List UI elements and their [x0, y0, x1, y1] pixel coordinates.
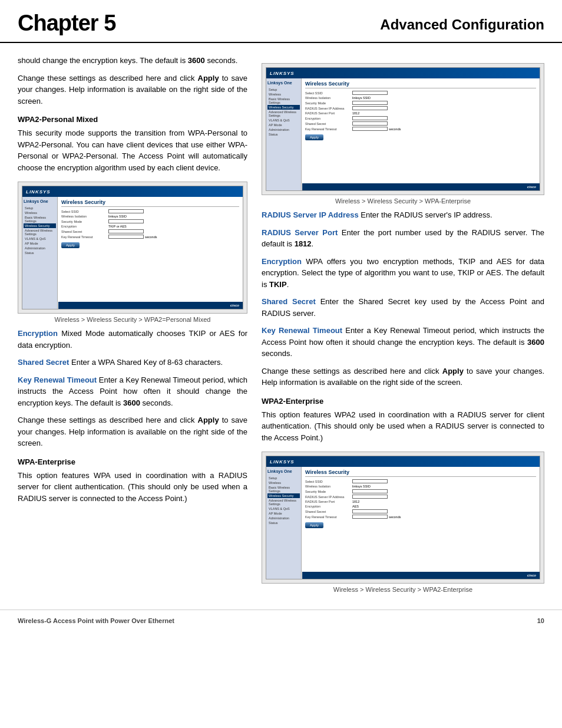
screenshot-2-caption: Wireless > Wireless Security > WPA-Enter…: [262, 197, 544, 205]
form-row-encryption-1: Encryption TKIP or AES: [61, 225, 239, 228]
form-row-key-renewal-2: Key Renewal Timeout seconds: [305, 127, 536, 131]
sidebar-setup-3[interactable]: Setup: [267, 476, 300, 480]
form-row-select-ssid-1: Select SSID: [61, 209, 239, 213]
encryption-paragraph-right: Encryption WPA offers you two encryption…: [262, 256, 544, 291]
sidebar-vlans-3[interactable]: VLANS & QoS: [267, 506, 300, 511]
sidebar-vlans-2[interactable]: VLANS & QoS: [267, 118, 300, 123]
intro-paragraph-1: should change the encryption keys. The d…: [18, 55, 247, 67]
sidebar-wireless-2[interactable]: Wireless: [267, 92, 300, 97]
linksys-body-1: Linksys One Setup Wireless Basic Wireles…: [22, 197, 243, 309]
default-value-3600: 3600: [188, 56, 205, 65]
screenshot-3-box: LINKSYS Linksys One Setup Wireless Basic…: [262, 452, 544, 584]
key-renewal-label-right: Key Renewal Timeout: [262, 326, 342, 335]
sidebar-apmode-3[interactable]: AP Mode: [267, 511, 300, 516]
sidebar-status-1[interactable]: Status: [24, 251, 56, 255]
apply-button-3[interactable]: Apply: [305, 522, 323, 528]
sidebar-brand-3: Linksys One: [267, 469, 300, 473]
form-row-select-ssid-3: Select SSID: [305, 479, 536, 483]
linksys-ui-2: LINKSYS Linksys One Setup Wireless Basic…: [266, 68, 540, 190]
key-renewal-paragraph: Key Renewal Timeout Enter a Key Renewal …: [18, 374, 247, 409]
sidebar-advanced-2[interactable]: Advanced Wireless Settings: [267, 110, 300, 118]
shared-secret-paragraph: Shared Secret Enter a WPA Shared Key of …: [18, 357, 247, 368]
form-row-isolation-2: Wireless Isolation linksys SSID: [305, 96, 536, 100]
sidebar-setup-2[interactable]: Setup: [267, 87, 300, 92]
linksys-main-2: Wireless Security Select SSID Wireless I…: [302, 78, 540, 190]
sidebar-security-1[interactable]: Wireless Security: [24, 223, 56, 228]
radius-port-default: 1812: [295, 239, 312, 248]
page-header: Chapter 5 Advanced Configuration: [0, 0, 562, 43]
linksys-header-3: LINKSYS: [266, 456, 540, 467]
sidebar-basic-2[interactable]: Basic Wireless Settings: [267, 97, 300, 105]
screenshot-2-box: LINKSYS Linksys One Setup Wireless Basic…: [262, 63, 544, 195]
form-row-radius-ip-2: RADIUS Server IP Address: [305, 106, 536, 110]
sidebar-brand-2: Linksys One: [267, 81, 300, 85]
linksys-footer-3: cisco: [302, 572, 540, 579]
apply-reference: Apply: [198, 74, 219, 83]
screenshot-1-caption: Wireless > Wireless Security > WPA2=Pers…: [18, 316, 247, 323]
page-footer: Wireless-G Access Point with Power Over …: [0, 610, 562, 631]
sidebar-basic-3[interactable]: Basic Wireless Settings: [267, 485, 300, 493]
sidebar-status-2[interactable]: Status: [267, 132, 300, 137]
screenshot-1-box: LINKSYS Linksys One Setup Wireless Basic…: [18, 182, 247, 314]
sidebar-brand-1: Linksys One: [24, 199, 56, 203]
form-row-encryption-2: Encryption: [305, 116, 536, 120]
linksys-footer-2: cisco: [302, 183, 540, 190]
right-column: LINKSYS Linksys One Setup Wireless Basic…: [262, 55, 544, 598]
radius-ip-paragraph: RADIUS Server IP Address Enter the RADIU…: [262, 209, 544, 221]
cisco-logo-3: cisco: [527, 574, 536, 577]
linksys-sidebar-3: Linksys One Setup Wireless Basic Wireles…: [266, 467, 302, 579]
default-3600-right: 3600: [527, 338, 544, 347]
left-column: should change the encryption keys. The d…: [18, 55, 247, 598]
tab-title-3: Wireless Security: [305, 469, 536, 477]
footer-left: Wireless-G Access Point with Power Over …: [18, 617, 174, 624]
sidebar-admin-2[interactable]: Administration: [267, 127, 300, 132]
form-row-shared-secret-1: Shared Secret: [61, 229, 239, 233]
linksys-main-3: Wireless Security Select SSID Wireless I…: [302, 467, 540, 579]
form-row-security-mode-2: Security Mode: [305, 101, 536, 105]
apply-ref-left: Apply: [198, 416, 219, 424]
sidebar-setup-1[interactable]: Setup: [24, 206, 56, 210]
sidebar-basic-1[interactable]: Basic Wireless Settings: [24, 215, 56, 223]
section-title: Advanced Configuration: [380, 11, 544, 33]
form-row-radius-ip-3: RADIUS Server IP Address: [305, 495, 536, 499]
screenshot-2-inner: LINKSYS Linksys One Setup Wireless Basic…: [266, 67, 540, 191]
sidebar-advanced-1[interactable]: Advanced Wireless Settings: [24, 228, 56, 236]
sidebar-security-3[interactable]: Wireless Security: [267, 493, 300, 498]
form-row-security-mode-1: Security Mode: [61, 219, 239, 223]
linksys-body-3: Linksys One Setup Wireless Basic Wireles…: [266, 467, 540, 579]
sidebar-advanced-3[interactable]: Advanced Wireless Settings: [267, 498, 300, 506]
linksys-logo-1: LINKSYS: [26, 189, 51, 195]
sidebar-wireless-3[interactable]: Wireless: [267, 480, 300, 485]
sidebar-apmode-2[interactable]: AP Mode: [267, 123, 300, 127]
sidebar-admin-1[interactable]: Administration: [24, 246, 56, 251]
intro-paragraph-2: Change these settings as described here …: [18, 73, 247, 107]
key-renewal-paragraph-right: Key Renewal Timeout Enter a Key Renewal …: [262, 325, 544, 360]
form-row-shared-secret-3: Shared Secret: [305, 509, 536, 513]
shared-secret-label-right: Shared Secret: [262, 297, 316, 306]
form-row-encryption-3: Encryption AES: [305, 505, 536, 508]
form-row-isolation-3: Wireless Isolation linksys SSID: [305, 485, 536, 488]
shared-secret-paragraph-right: Shared Secret Enter the Shared Secret ke…: [262, 296, 544, 319]
sidebar-status-3[interactable]: Status: [267, 521, 300, 525]
form-row-key-renewal-1: Key Renewal Timeout seconds: [61, 235, 239, 239]
sidebar-vlans-1[interactable]: VLANS & QoS: [24, 236, 56, 241]
apply-button-2[interactable]: Apply: [305, 134, 323, 140]
sidebar-security-2[interactable]: Wireless Security: [267, 105, 300, 110]
tab-title-1: Wireless Security: [61, 199, 239, 207]
sidebar-admin-3[interactable]: Administration: [267, 516, 300, 521]
wpa-enterprise-body-left: This option features WPA used in coordin…: [18, 470, 247, 505]
linksys-main-1: Wireless Security Select SSID Wireless I…: [58, 197, 243, 309]
wpa-enterprise-heading-left: WPA-Enterprise: [18, 457, 247, 466]
apply-button-1[interactable]: Apply: [61, 242, 80, 248]
screenshot-3-caption: Wireless > Wireless Security > WPA2-Ente…: [262, 586, 544, 593]
footer-right: 10: [537, 617, 544, 624]
radius-port-paragraph: RADIUS Server Port Enter the port number…: [262, 227, 544, 250]
cisco-logo-1: cisco: [230, 304, 239, 307]
sidebar-wireless-1[interactable]: Wireless: [24, 210, 56, 215]
chapter-title: Chapter 5: [18, 11, 115, 36]
sidebar-apmode-1[interactable]: AP Mode: [24, 241, 56, 246]
change-settings-right: Change these settings as described here …: [262, 365, 544, 388]
screenshot-1-inner: LINKSYS Linksys One Setup Wireless Basic…: [22, 186, 243, 309]
main-content: should change the encryption keys. The d…: [0, 55, 562, 598]
linksys-header-2: LINKSYS: [266, 68, 540, 78]
